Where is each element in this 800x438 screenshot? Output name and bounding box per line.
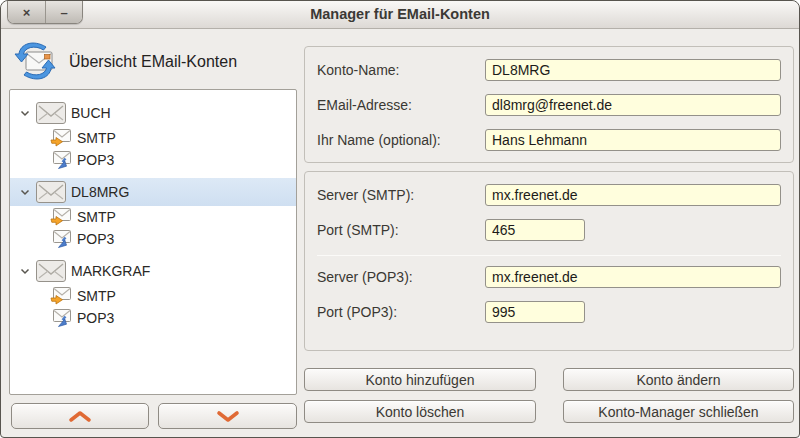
delete-account-label: Konto löschen — [376, 404, 465, 420]
port-pop3-label: Port (POP3): — [317, 304, 485, 320]
form-row: Konto-Name: — [317, 59, 781, 81]
konto-name-input[interactable] — [485, 59, 781, 81]
form-row: Server (SMTP): — [317, 184, 781, 206]
mail-sync-icon — [13, 41, 57, 85]
tree-markgraf-pop3[interactable]: POP3 — [10, 307, 296, 329]
envelope-outgoing-icon — [50, 286, 74, 306]
ihr-name-input[interactable] — [485, 129, 781, 151]
ihr-name-label: Ihr Name (optional): — [317, 132, 485, 148]
tree-buch-smtp[interactable]: SMTP — [10, 127, 296, 149]
envelope-incoming-icon — [50, 308, 74, 328]
protocol-name: SMTP — [77, 288, 116, 304]
envelope-outgoing-icon — [50, 128, 74, 148]
account-name: MARKGRAF — [71, 263, 150, 279]
envelope-icon — [36, 260, 66, 282]
protocol-name: SMTP — [77, 209, 116, 225]
form-row: Server (POP3): — [317, 266, 781, 288]
server-pop3-input[interactable] — [485, 266, 781, 288]
tree-markgraf-smtp[interactable]: SMTP — [10, 285, 296, 307]
change-account-button[interactable]: Konto ändern — [563, 368, 794, 391]
chevron-down-icon — [215, 410, 241, 423]
add-account-button[interactable]: Konto hinzufügen — [304, 368, 536, 391]
account-group: DL8MRG SMTP — [10, 178, 296, 250]
form-row: Port (POP3): — [317, 301, 781, 323]
account-group: MARKGRAF SMTP — [10, 257, 296, 329]
protocol-name: POP3 — [77, 310, 114, 326]
server-smtp-label: Server (SMTP): — [317, 187, 485, 203]
account-name: BUCH — [71, 105, 111, 121]
tree-dl8mrg-pop3[interactable]: POP3 — [10, 228, 296, 250]
tree-account-buch[interactable]: BUCH — [10, 99, 296, 127]
servers-groupbox: Server (SMTP): Port (SMTP): Server (POP3… — [304, 171, 794, 351]
add-account-label: Konto hinzufügen — [366, 372, 475, 388]
window-title: Manager für EMail-Konten — [1, 6, 799, 22]
form-row: EMail-Adresse: — [317, 94, 781, 116]
tree-buch-pop3[interactable]: POP3 — [10, 149, 296, 171]
envelope-icon — [36, 102, 66, 124]
server-pop3-label: Server (POP3): — [317, 269, 485, 285]
form-row: Port (SMTP): — [317, 219, 781, 241]
close-manager-button[interactable]: Konto-Manager schließen — [563, 400, 794, 423]
envelope-incoming-icon — [50, 150, 74, 170]
tree-account-markgraf[interactable]: MARKGRAF — [10, 257, 296, 285]
identity-groupbox: Konto-Name: EMail-Adresse: Ihr Name (opt… — [304, 46, 794, 163]
envelope-icon — [36, 181, 66, 203]
titlebar: × – Manager für EMail-Konten — [1, 1, 799, 29]
chevron-up-icon — [67, 410, 93, 423]
account-tree[interactable]: BUCH SMTP — [9, 89, 297, 395]
konto-name-label: Konto-Name: — [317, 62, 485, 78]
close-manager-label: Konto-Manager schließen — [598, 404, 758, 420]
tree-dl8mrg-smtp[interactable]: SMTP — [10, 206, 296, 228]
change-account-label: Konto ändern — [636, 372, 720, 388]
protocol-name: POP3 — [77, 231, 114, 247]
email-account-manager-window: × – Manager für EMail-Konten Übersicht E… — [0, 0, 800, 438]
tree-account-dl8mrg[interactable]: DL8MRG — [10, 178, 296, 206]
move-down-button[interactable] — [158, 403, 297, 429]
expand-chevron-icon[interactable] — [20, 189, 30, 196]
sidebar-title: Übersicht EMail-Konten — [69, 53, 237, 71]
form-row: Ihr Name (optional): — [317, 129, 781, 151]
email-adresse-label: EMail-Adresse: — [317, 97, 485, 113]
expand-chevron-icon[interactable] — [20, 110, 30, 117]
delete-account-button[interactable]: Konto löschen — [304, 400, 536, 423]
expand-chevron-icon[interactable] — [20, 268, 30, 275]
envelope-outgoing-icon — [50, 207, 74, 227]
move-up-button[interactable] — [11, 403, 149, 429]
smtp-pop3-divider — [317, 255, 781, 256]
server-smtp-input[interactable] — [485, 184, 781, 206]
envelope-incoming-icon — [50, 229, 74, 249]
port-pop3-input[interactable] — [485, 301, 585, 323]
port-smtp-input[interactable] — [485, 219, 585, 241]
account-group: BUCH SMTP — [10, 99, 296, 171]
email-adresse-input[interactable] — [485, 94, 781, 116]
protocol-name: POP3 — [77, 152, 114, 168]
port-smtp-label: Port (SMTP): — [317, 222, 485, 238]
account-name: DL8MRG — [71, 184, 129, 200]
protocol-name: SMTP — [77, 130, 116, 146]
